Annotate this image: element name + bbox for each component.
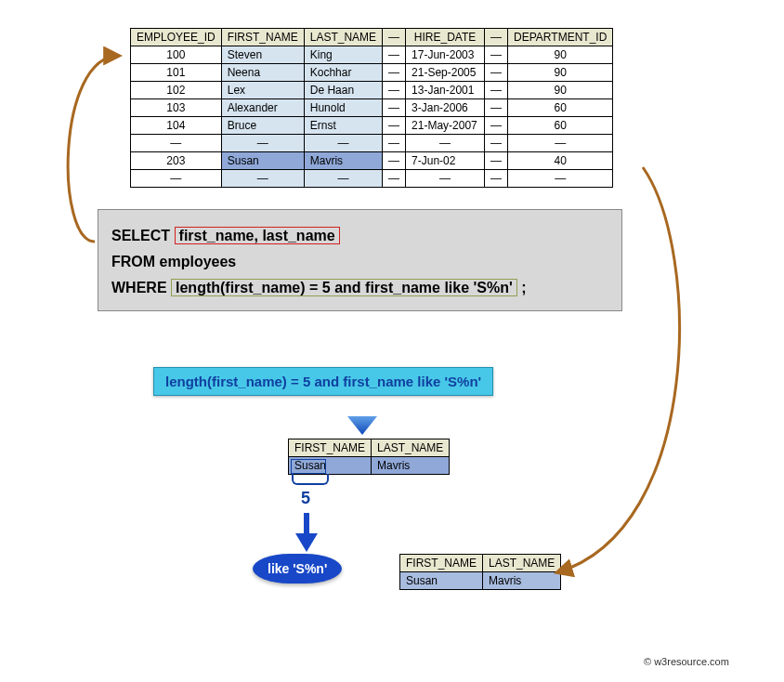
th-last-name: LAST_NAME	[372, 439, 450, 457]
cell-dash: —	[383, 64, 406, 82]
cell-dash: —	[383, 135, 406, 152]
diagram-container: EMPLOYEE_ID FIRST_NAME LAST_NAME — HIRE_…	[0, 0, 784, 682]
table-row: 104 Bruce Ernst — 21-May-2007 — 60	[131, 117, 613, 135]
cell-dash: —	[485, 82, 508, 99]
cell-last-name: King	[304, 46, 382, 64]
condition-label-box: length(first_name) = 5 and first_name li…	[153, 367, 493, 396]
sql-semicolon: ;	[521, 280, 526, 295]
cell-dash: —	[304, 135, 382, 152]
cell-dash: —	[131, 135, 222, 152]
cell-dept-id: 90	[508, 46, 613, 64]
th-dash-2: —	[485, 29, 508, 46]
cell-dash: —	[485, 117, 508, 135]
table-row-ellipsis: — — — — — — —	[131, 170, 613, 188]
cell-first-name: Susan	[289, 457, 372, 475]
cell-emp-id: 104	[131, 117, 222, 135]
cell-first-name: Neena	[221, 64, 304, 82]
table-row: 101 Neena Kochhar — 21-Sep-2005 — 90	[131, 64, 613, 82]
th-department-id: DEPARTMENT_ID	[508, 29, 613, 46]
cell-last-name: Hunold	[304, 99, 382, 117]
cell-dash: —	[383, 99, 406, 117]
cell-first-name: Alexander	[221, 99, 304, 117]
result-header-row: FIRST_NAME LAST_NAME	[400, 555, 561, 572]
th-dash-1: —	[383, 29, 406, 46]
cell-dash: —	[131, 170, 222, 188]
cell-last-name: Mavris	[483, 572, 561, 590]
cell-dept-id: 90	[508, 82, 613, 99]
table-row-ellipsis: — — — — — — —	[131, 135, 613, 152]
result-row: Susan Mavris	[289, 457, 450, 475]
cell-emp-id: 100	[131, 46, 222, 64]
length-five-label: 5	[301, 489, 310, 508]
cell-hire-date: 21-Sep-2005	[406, 64, 485, 82]
cell-dept-id: 40	[508, 152, 613, 170]
cell-dept-id: 60	[508, 99, 613, 117]
result-row: Susan Mavris	[400, 572, 561, 590]
cell-dash: —	[406, 170, 485, 188]
cell-dash: —	[383, 117, 406, 135]
intermediate-result-table: FIRST_NAME LAST_NAME Susan Mavris	[288, 439, 450, 475]
cell-hire-date: 17-Jun-2003	[406, 46, 485, 64]
cell-hire-date: 7-Jun-02	[406, 152, 485, 170]
cell-emp-id: 203	[131, 152, 222, 170]
cell-first-name: Bruce	[221, 117, 304, 135]
cell-first-name: Susan	[221, 152, 304, 170]
arrow-five-to-like	[295, 513, 318, 552]
copyright-text: © w3resource.com	[644, 656, 729, 667]
cell-emp-id: 102	[131, 82, 222, 99]
table-row-highlighted: 203 Susan Mavris — 7-Jun-02 — 40	[131, 152, 613, 170]
cell-last-name: Kochhar	[304, 64, 382, 82]
result-header-row: FIRST_NAME LAST_NAME	[289, 439, 450, 457]
cell-dash: —	[485, 135, 508, 152]
brace-icon	[292, 474, 329, 485]
th-first-name: FIRST_NAME	[221, 29, 304, 46]
table-header-row: EMPLOYEE_ID FIRST_NAME LAST_NAME — HIRE_…	[131, 29, 613, 46]
cell-dash: —	[485, 170, 508, 188]
cell-last-name: Mavris	[304, 152, 382, 170]
th-first-name: FIRST_NAME	[289, 439, 372, 457]
sql-where: WHERE	[111, 280, 167, 295]
cell-dash: —	[383, 46, 406, 64]
cell-dash: —	[508, 170, 613, 188]
cell-emp-id: 101	[131, 64, 222, 82]
sql-condition-highlight: length(first_name) = 5 and first_name li…	[171, 279, 517, 296]
cell-dept-id: 60	[508, 117, 613, 135]
cell-dash: —	[304, 170, 382, 188]
employees-table: EMPLOYEE_ID FIRST_NAME LAST_NAME — HIRE_…	[130, 28, 613, 188]
th-first-name: FIRST_NAME	[400, 555, 483, 572]
cell-dash: —	[221, 135, 304, 152]
sql-from: FROM employees	[111, 254, 236, 269]
cell-last-name: Ernst	[304, 117, 382, 135]
cell-hire-date: 13-Jan-2001	[406, 82, 485, 99]
sql-select: SELECT	[111, 228, 170, 243]
cell-dash: —	[485, 99, 508, 117]
cell-last-name: De Haan	[304, 82, 382, 99]
sql-columns-highlight: first_name, last_name	[175, 227, 340, 244]
cell-hire-date: 21-May-2007	[406, 117, 485, 135]
final-result-table: FIRST_NAME LAST_NAME Susan Mavris	[399, 554, 561, 590]
th-last-name: LAST_NAME	[483, 555, 561, 572]
arrow-condition-to-intermediate	[347, 401, 377, 435]
cell-first-name: Susan	[400, 572, 483, 590]
cell-first-name: Lex	[221, 82, 304, 99]
table-row: 100 Steven King — 17-Jun-2003 — 90	[131, 46, 613, 64]
like-pattern-badge: like 'S%n'	[253, 554, 342, 584]
cell-hire-date: 3-Jan-2006	[406, 99, 485, 117]
th-last-name: LAST_NAME	[304, 29, 382, 46]
th-employee-id: EMPLOYEE_ID	[131, 29, 222, 46]
cell-dash: —	[485, 152, 508, 170]
cell-dash: —	[221, 170, 304, 188]
cell-dash: —	[485, 64, 508, 82]
table-row: 103 Alexander Hunold — 3-Jan-2006 — 60	[131, 99, 613, 117]
table-row: 102 Lex De Haan — 13-Jan-2001 — 90	[131, 82, 613, 99]
cell-dept-id: 90	[508, 64, 613, 82]
cell-dash: —	[485, 46, 508, 64]
cell-last-name: Mavris	[372, 457, 450, 475]
th-hire-date: HIRE_DATE	[406, 29, 485, 46]
cell-dash: —	[508, 135, 613, 152]
cell-dash: —	[383, 170, 406, 188]
cell-dash: —	[383, 152, 406, 170]
cell-first-name: Steven	[221, 46, 304, 64]
cell-dash: —	[383, 82, 406, 99]
cell-dash: —	[406, 135, 485, 152]
